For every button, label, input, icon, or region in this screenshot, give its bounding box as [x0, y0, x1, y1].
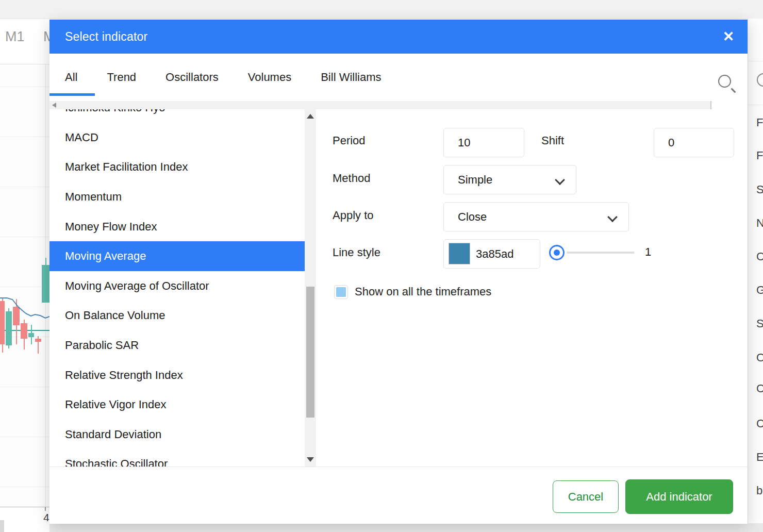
- period-label: Period: [333, 133, 366, 148]
- clipped-list-text: C: [756, 381, 763, 396]
- tab-bar: AllTrendOscillatorsVolumesBill Williams: [49, 54, 748, 101]
- indicator-list: Ichimoku Kinko HyoMACDMarket Facilitatio…: [49, 109, 305, 467]
- clipped-list-text: G: [756, 282, 763, 298]
- clipped-list-text: C: [756, 249, 763, 264]
- line-width-slider-track[interactable]: [567, 252, 635, 254]
- close-icon[interactable]: ✕: [720, 28, 737, 45]
- chevron-down-icon: [607, 212, 618, 222]
- list-item[interactable]: Money Flow Index: [49, 212, 305, 242]
- dialog-header: Select indicator ✕: [49, 20, 748, 54]
- method-value: Simple: [458, 173, 492, 187]
- clipped-list-text: O: [756, 350, 763, 365]
- list-item[interactable]: Moving Average of Oscillator: [49, 271, 305, 301]
- clipped-list-text: N: [756, 215, 763, 231]
- clipped-list-text: S: [756, 182, 763, 197]
- checkbox-fill: [336, 287, 346, 297]
- clipped-list-text: S: [756, 316, 763, 331]
- search-icon-handle: [731, 88, 736, 93]
- apply-to-value: Close: [458, 210, 487, 224]
- clipped-list-text: F: [756, 115, 763, 130]
- tab-volumes[interactable]: Volumes: [248, 71, 291, 84]
- list-item[interactable]: Market Facilitation Index: [49, 152, 305, 182]
- apply-to-label: Apply to: [333, 208, 374, 223]
- list-item[interactable]: Stochastic Oscillator: [49, 449, 305, 467]
- tab-all[interactable]: All: [65, 71, 77, 84]
- chart-scrollbar-corner: [0, 520, 4, 532]
- time-axis-label: 4: [43, 511, 49, 524]
- line-width-slider-handle[interactable]: [549, 245, 565, 260]
- list-item[interactable]: Momentum: [49, 182, 305, 212]
- clipped-list-text: C: [756, 416, 763, 431]
- list-item[interactable]: MACD: [49, 123, 305, 153]
- period-input[interactable]: [443, 128, 524, 157]
- time-axis-line: [0, 507, 49, 507]
- show-all-timeframes-label: Show on all the timeframes: [355, 284, 491, 300]
- time-axis-tick: [45, 507, 46, 511]
- timeframe-button-m1[interactable]: M1: [5, 29, 25, 45]
- apply-to-select[interactable]: Close: [443, 202, 629, 231]
- scroll-up-arrow-icon[interactable]: [307, 114, 314, 119]
- search-icon: [757, 73, 763, 87]
- screen: M1 M 4 FFSNCGSOCCEb Select indicator ✕ A…: [0, 0, 763, 532]
- tab-trend[interactable]: Trend: [107, 71, 136, 84]
- dialog-footer: Cancel Add indicator: [49, 467, 748, 524]
- candlestick-chart: [0, 64, 49, 507]
- dialog-title: Select indicator: [65, 30, 147, 44]
- list-item[interactable]: Standard Deviation: [49, 420, 305, 450]
- panel-divider: [748, 61, 763, 61]
- clipped-list-text: E: [756, 450, 763, 465]
- panel-divider: [748, 105, 763, 105]
- bottom-strip: [49, 523, 763, 532]
- tab-bill-williams[interactable]: Bill Williams: [321, 71, 381, 84]
- vertical-scrollbar[interactable]: [305, 109, 316, 467]
- color-hex-value: 3a85ad: [476, 240, 513, 269]
- tab-oscillators[interactable]: Oscillators: [165, 71, 219, 84]
- clipped-list-text: F: [756, 148, 763, 163]
- list-item[interactable]: Relative Strength Index: [49, 360, 305, 390]
- scrollbar-thumb[interactable]: [306, 287, 314, 418]
- list-item[interactable]: On Balance Volume: [49, 301, 305, 330]
- search-icon[interactable]: [718, 75, 731, 88]
- list-item-selected[interactable]: Moving Average: [49, 241, 305, 271]
- add-indicator-button[interactable]: Add indicator: [625, 479, 733, 514]
- indicator-settings-panel: Period Shift Method Simple Apply to Clos…: [316, 109, 748, 467]
- clipped-list-text: b: [756, 483, 762, 498]
- market-watch-panel: FFSNCGSOCCEb: [748, 19, 763, 532]
- horizontal-scrollbar[interactable]: [49, 101, 711, 109]
- list-item[interactable]: Ichimoku Kinko Hyo: [49, 109, 305, 123]
- active-tab-underline: [49, 93, 95, 96]
- scroll-left-arrow-icon[interactable]: [52, 103, 56, 108]
- horizontal-scrollbar-end: [710, 101, 711, 109]
- color-swatch: [449, 243, 470, 264]
- scroll-down-arrow-icon[interactable]: [307, 457, 314, 462]
- chevron-down-icon: [555, 175, 565, 185]
- method-select[interactable]: Simple: [443, 165, 576, 194]
- show-all-timeframes-checkbox[interactable]: [334, 285, 348, 299]
- line-width-value: 1: [645, 245, 651, 259]
- shift-label: Shift: [541, 133, 564, 148]
- line-color-picker[interactable]: 3a85ad: [443, 239, 540, 269]
- line-style-label: Line style: [333, 245, 380, 260]
- top-strip: [0, 0, 763, 19]
- select-indicator-dialog: Select indicator ✕ AllTrendOscillatorsVo…: [49, 20, 748, 523]
- shift-input[interactable]: [654, 128, 734, 157]
- cancel-button[interactable]: Cancel: [553, 480, 619, 513]
- list-item[interactable]: Parabolic SAR: [49, 330, 305, 360]
- method-label: Method: [333, 171, 370, 186]
- moving-average-line: [0, 64, 49, 507]
- slider-dot: [554, 250, 560, 256]
- list-item[interactable]: Relative Vigor Index: [49, 390, 305, 420]
